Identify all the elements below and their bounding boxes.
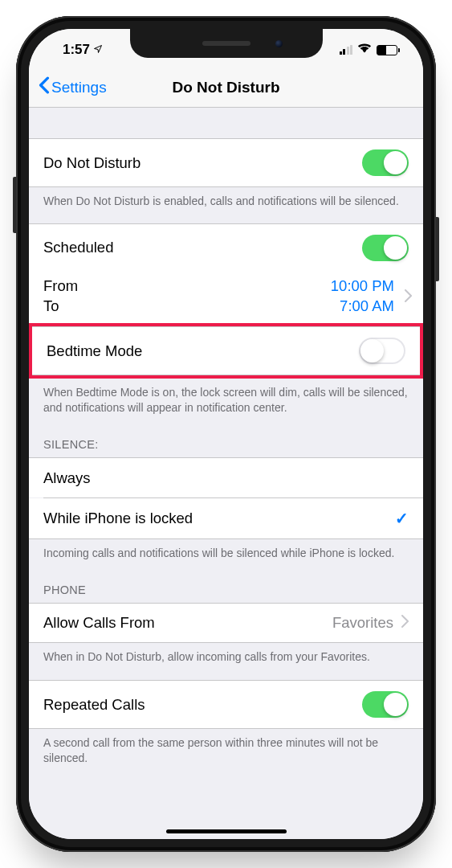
bedtime-toggle[interactable] bbox=[359, 338, 405, 364]
to-time: 7:00 AM bbox=[331, 297, 394, 317]
scheduled-label: Scheduled bbox=[43, 239, 113, 256]
allow-calls-value: Favorites bbox=[332, 614, 393, 632]
wifi-icon bbox=[357, 42, 372, 58]
cellular-signal-icon bbox=[340, 45, 353, 55]
page-title: Do Not Disturb bbox=[29, 79, 423, 96]
location-icon bbox=[93, 42, 103, 58]
phone-frame: 1:57 Settings bbox=[16, 16, 436, 852]
settings-content[interactable]: Do Not Disturb When Do Not Disturb is en… bbox=[29, 108, 423, 839]
bedtime-toggle-row[interactable]: Bedtime Mode bbox=[32, 326, 420, 375]
notch bbox=[130, 29, 323, 58]
phone-footer: When in Do Not Disturb, allow incoming c… bbox=[29, 643, 423, 673]
scheduled-toggle[interactable] bbox=[362, 235, 409, 261]
allow-calls-row[interactable]: Allow Calls From Favorites bbox=[29, 603, 423, 643]
dnd-footer: When Do Not Disturb is enabled, calls an… bbox=[29, 187, 423, 217]
front-camera bbox=[275, 40, 283, 47]
dnd-toggle[interactable] bbox=[362, 149, 409, 176]
home-indicator[interactable] bbox=[166, 829, 287, 833]
navigation-bar: Settings Do Not Disturb bbox=[29, 68, 423, 108]
to-label: To bbox=[43, 297, 78, 317]
highlight-annotation: Bedtime Mode bbox=[29, 323, 423, 379]
bedtime-footer: When Bedtime Mode is on, the lock screen… bbox=[29, 379, 423, 424]
checkmark-icon: ✓ bbox=[395, 509, 409, 528]
bedtime-label: Bedtime Mode bbox=[47, 342, 142, 360]
repeated-toggle[interactable] bbox=[362, 691, 409, 718]
dnd-toggle-row[interactable]: Do Not Disturb bbox=[29, 138, 423, 187]
chevron-right-icon bbox=[401, 614, 409, 632]
silence-header: SILENCE: bbox=[29, 424, 423, 457]
silence-always-label: Always bbox=[43, 469, 91, 487]
status-time: 1:57 bbox=[63, 42, 90, 58]
silence-footer: Incoming calls and notifications will be… bbox=[29, 539, 423, 569]
scheduled-toggle-row[interactable]: Scheduled bbox=[29, 223, 423, 272]
speaker-grille bbox=[202, 41, 250, 46]
silence-always-row[interactable]: Always bbox=[29, 457, 423, 497]
screen: 1:57 Settings bbox=[29, 29, 423, 839]
battery-icon bbox=[377, 45, 397, 55]
repeated-calls-row[interactable]: Repeated Calls bbox=[29, 680, 423, 729]
silence-locked-row[interactable]: While iPhone is locked ✓ bbox=[29, 498, 423, 539]
phone-header: PHONE bbox=[29, 569, 423, 603]
dnd-label: Do Not Disturb bbox=[43, 154, 140, 172]
from-time: 10:00 PM bbox=[331, 276, 394, 297]
silence-locked-label: While iPhone is locked bbox=[43, 510, 193, 527]
repeated-footer: A second call from the same person withi… bbox=[29, 729, 423, 774]
chevron-right-icon bbox=[405, 289, 412, 305]
repeated-label: Repeated Calls bbox=[43, 696, 145, 714]
svg-point-0 bbox=[364, 50, 366, 52]
allow-calls-label: Allow Calls From bbox=[43, 614, 155, 632]
schedule-time-row[interactable]: From To 10:00 PM 7:00 AM bbox=[29, 272, 423, 323]
from-label: From bbox=[43, 276, 78, 297]
